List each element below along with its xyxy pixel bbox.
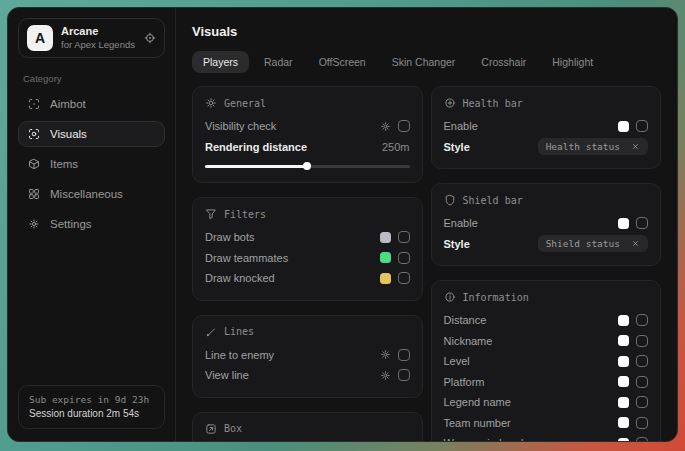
- gear-icon[interactable]: [380, 349, 391, 360]
- checkbox[interactable]: [636, 217, 648, 229]
- row-view-line: View line: [205, 365, 410, 386]
- line-icon: [205, 326, 217, 338]
- subscription-card: Sub expires in 9d 23h Session duration 2…: [18, 385, 165, 429]
- checkbox[interactable]: [636, 314, 648, 326]
- row-controls: [618, 376, 648, 388]
- row-controls: [380, 369, 410, 381]
- tab-highlight[interactable]: Highlight: [541, 51, 604, 73]
- sidebar-item-label: Miscellaneous: [50, 188, 123, 200]
- row-label: Draw bots: [205, 231, 255, 243]
- gear-icon[interactable]: [380, 121, 391, 132]
- checkbox[interactable]: [398, 369, 410, 381]
- checkbox[interactable]: [636, 376, 648, 388]
- sidebar-item-items[interactable]: Items: [18, 151, 165, 177]
- checkbox[interactable]: [398, 349, 410, 361]
- row-draw-knocked: Draw knocked: [205, 268, 410, 289]
- close-icon[interactable]: [631, 239, 640, 248]
- style-select[interactable]: Shield status: [538, 235, 648, 252]
- tab-radar[interactable]: Radar: [253, 51, 304, 73]
- row-controls: [380, 120, 410, 132]
- tab-crosshair[interactable]: Crosshair: [470, 51, 537, 73]
- tab-skin-changer[interactable]: Skin Changer: [381, 51, 467, 73]
- checkbox[interactable]: [636, 120, 648, 132]
- checkbox[interactable]: [398, 231, 410, 243]
- app-logo-card: A Arcane for Apex Legends: [18, 18, 165, 58]
- tab-offscreen[interactable]: OffScreen: [308, 51, 377, 73]
- color-swatch[interactable]: [618, 417, 629, 428]
- checkbox[interactable]: [398, 272, 410, 284]
- select-value: Health status: [546, 141, 620, 152]
- color-swatch[interactable]: [618, 397, 629, 408]
- row-nickname: Nickname: [444, 331, 649, 352]
- row-controls: [380, 252, 410, 264]
- checkbox[interactable]: [398, 252, 410, 264]
- card-filters: FiltersDraw botsDraw teammatesDraw knock…: [192, 197, 423, 301]
- card-general: GeneralVisibility checkRendering distanc…: [192, 86, 423, 183]
- row-controls: Health status: [538, 138, 648, 155]
- color-swatch[interactable]: [618, 121, 629, 132]
- color-swatch[interactable]: [618, 376, 629, 387]
- sidebar-nav: AimbotVisualsItemsMiscellaneousSettings: [18, 91, 165, 241]
- card-header: Filters: [205, 208, 410, 220]
- color-swatch[interactable]: [618, 438, 629, 441]
- category-label: Category: [23, 73, 160, 84]
- color-swatch[interactable]: [618, 335, 629, 346]
- checkbox[interactable]: [636, 335, 648, 347]
- row-label: Style: [444, 238, 470, 250]
- slider-rendering-distance[interactable]: [205, 161, 410, 171]
- slider-fill: [205, 165, 307, 168]
- row-label: Line to enemy: [205, 349, 274, 361]
- row-controls: [618, 335, 648, 347]
- slider-thumb[interactable]: [303, 162, 311, 170]
- checkbox[interactable]: [636, 355, 648, 367]
- gear-icon[interactable]: [380, 370, 391, 381]
- target-icon[interactable]: [144, 32, 156, 44]
- color-swatch[interactable]: [380, 273, 391, 284]
- checkbox[interactable]: [398, 120, 410, 132]
- checkbox[interactable]: [636, 417, 648, 429]
- row-label: Weapon in hands: [444, 437, 529, 441]
- row-rendering-distance: Rendering distance250m: [205, 137, 410, 158]
- row-label: Level: [444, 355, 470, 367]
- sun-icon: [205, 97, 217, 109]
- crosshair-icon: [28, 98, 40, 110]
- sidebar-item-miscellaneous[interactable]: Miscellaneous: [18, 181, 165, 207]
- color-swatch[interactable]: [618, 356, 629, 367]
- card-header: Lines: [205, 326, 410, 338]
- tab-bar: PlayersRadarOffScreenSkin ChangerCrossha…: [192, 51, 661, 73]
- settings-columns: GeneralVisibility checkRendering distanc…: [192, 86, 661, 441]
- row-label: Style: [444, 141, 470, 153]
- card-lines: LinesLine to enemyView line: [192, 315, 423, 398]
- section-title: Lines: [224, 326, 254, 337]
- sidebar: A Arcane for Apex Legends Category Aimbo…: [8, 8, 176, 441]
- card-box: BoxEnableEnable background: [192, 412, 423, 442]
- sidebar-item-label: Visuals: [50, 128, 87, 140]
- close-icon[interactable]: [631, 142, 640, 151]
- color-swatch[interactable]: [618, 315, 629, 326]
- tab-players[interactable]: Players: [192, 51, 249, 73]
- row-value: 250m: [382, 141, 410, 153]
- section-title: General: [224, 98, 266, 109]
- row-controls: Shield status: [538, 235, 648, 252]
- color-swatch[interactable]: [618, 218, 629, 229]
- row-controls: [380, 272, 410, 284]
- checkbox[interactable]: [636, 437, 648, 441]
- row-visibility-check: Visibility check: [205, 116, 410, 137]
- section-title: Filters: [224, 209, 266, 220]
- row-label: Visibility check: [205, 120, 276, 132]
- sidebar-item-aimbot[interactable]: Aimbot: [18, 91, 165, 117]
- sidebar-item-visuals[interactable]: Visuals: [18, 121, 165, 147]
- checkbox[interactable]: [636, 396, 648, 408]
- card-header: Shield bar: [444, 194, 649, 206]
- row-distance: Distance: [444, 310, 649, 331]
- app-window: A Arcane for Apex Legends Category Aimbo…: [7, 7, 678, 442]
- card-header: Box: [205, 423, 410, 435]
- color-swatch[interactable]: [380, 232, 391, 243]
- row-controls: [618, 217, 648, 229]
- row-controls: [618, 417, 648, 429]
- sidebar-item-settings[interactable]: Settings: [18, 211, 165, 237]
- style-select[interactable]: Health status: [538, 138, 648, 155]
- card-header: General: [205, 97, 410, 109]
- color-swatch[interactable]: [380, 252, 391, 263]
- row-label: Enable: [444, 217, 478, 229]
